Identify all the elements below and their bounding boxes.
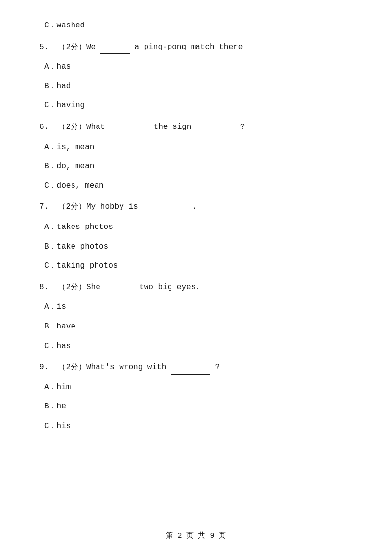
q5-option-b: B．had bbox=[39, 80, 358, 93]
q6-option-a: A．is, mean bbox=[39, 141, 358, 154]
q9-option-b: B．he bbox=[39, 401, 358, 413]
q7-option-c: C．taking photos bbox=[39, 260, 358, 273]
page-footer: 第 2 页 共 9 页 bbox=[0, 531, 392, 540]
q8-option-b: B．have bbox=[39, 321, 358, 333]
q9-option-a: A．him bbox=[39, 381, 358, 394]
q4-option-c: C．washed bbox=[39, 20, 358, 32]
question-7-text: 7. （2分）My hobby is . bbox=[39, 201, 358, 214]
question-5-text: 5. （2分）We a ping-pong match there. bbox=[39, 41, 358, 54]
blank-q6-2 bbox=[196, 121, 235, 134]
q9-option-c: C．his bbox=[39, 420, 358, 433]
blank-q7 bbox=[143, 201, 192, 214]
blank-q8 bbox=[105, 281, 134, 295]
q8-option-a: A．is bbox=[39, 301, 358, 314]
q5-option-a: A．has bbox=[39, 61, 358, 74]
blank-q9 bbox=[171, 361, 210, 375]
question-6-text: 6. （2分）What the sign ? bbox=[39, 121, 358, 134]
question-9: 9. （2分）What's wrong with ? A．him B．he C．… bbox=[39, 361, 358, 432]
q8-option-c: C．has bbox=[39, 340, 358, 353]
question-8-text: 8. （2分）She two big eyes. bbox=[39, 281, 358, 295]
option-text: C．washed bbox=[39, 20, 358, 32]
q5-option-c: C．having bbox=[39, 100, 358, 112]
question-7: 7. （2分）My hobby is . A．takes photos B．ta… bbox=[39, 201, 358, 272]
question-6: 6. （2分）What the sign ? A．is, mean B．do, … bbox=[39, 121, 358, 192]
q7-option-a: A．takes photos bbox=[39, 221, 358, 234]
blank-q5 bbox=[100, 41, 130, 54]
q7-option-b: B．take photos bbox=[39, 241, 358, 253]
page-number: 第 2 页 共 9 页 bbox=[166, 532, 226, 540]
question-8: 8. （2分）She two big eyes. A．is B．have C．h… bbox=[39, 281, 358, 353]
question-9-text: 9. （2分）What's wrong with ? bbox=[39, 361, 358, 375]
blank-q6-1 bbox=[110, 121, 149, 134]
q6-option-b: B．do, mean bbox=[39, 160, 358, 173]
q6-option-c: C．does, mean bbox=[39, 180, 358, 193]
question-5: 5. （2分）We a ping-pong match there. A．has… bbox=[39, 41, 358, 112]
